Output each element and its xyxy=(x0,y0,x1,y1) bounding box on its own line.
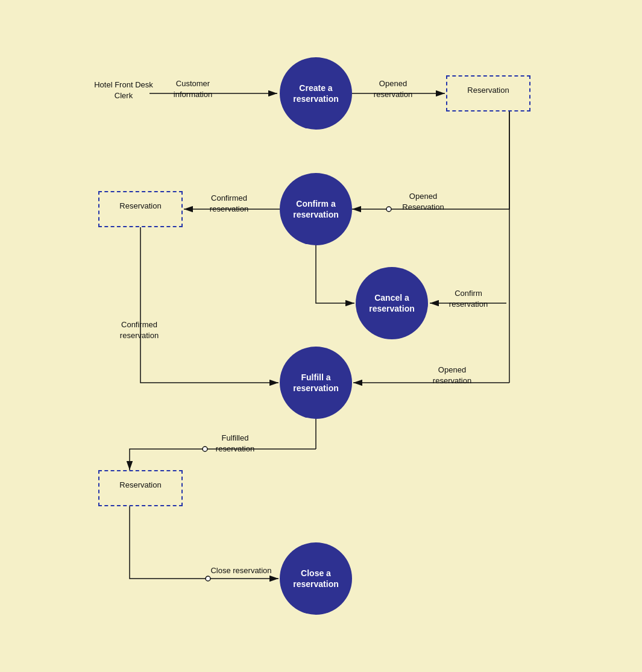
label-fulfilled-reservation: Fulfilled reservation xyxy=(202,433,268,454)
dashed-box-label-reservation-1: Reservation xyxy=(446,86,530,95)
label-opened-reservation-2: Opened Reservation xyxy=(390,191,456,213)
dashed-box-label-reservation-2: Reservation xyxy=(98,201,183,210)
label-opened-reservation-1: Opened reservation xyxy=(360,78,426,100)
label-confirm-reservation: Confirm reservation xyxy=(435,288,502,310)
node-close-reservation: Close a reservation xyxy=(280,542,352,615)
label-close-reservation: Close reservation xyxy=(208,565,274,576)
node-confirm-reservation: Confirm a reservation xyxy=(280,173,352,245)
label-confirmed-reservation-1: Confirmed reservation xyxy=(193,193,265,215)
node-create-reservation: Create a reservation xyxy=(280,57,352,130)
actor-hotel-front-desk: Hotel Front Desk Clerk xyxy=(93,80,154,101)
label-opened-reservation-3: Opened reservation xyxy=(419,365,485,386)
node-cancel-reservation: Cancel a reservation xyxy=(356,267,428,339)
label-customer-info: Customer information xyxy=(163,78,223,100)
dashed-box-label-reservation-3: Reservation xyxy=(98,480,183,489)
diagram-container: Hotel Front Desk Clerk Create a reservat… xyxy=(0,0,642,672)
svg-point-12 xyxy=(206,576,210,581)
node-fulfill-reservation: Fulfill a reservation xyxy=(280,347,352,419)
label-confirmed-reservation-2: Confirmed reservation xyxy=(106,319,172,341)
